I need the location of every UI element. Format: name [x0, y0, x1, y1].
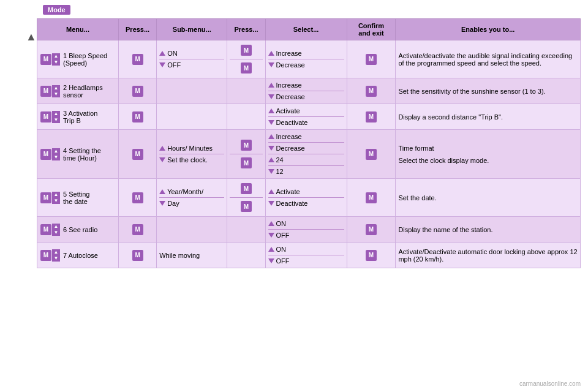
submenu-cell: Hours/ MinutesSet the clock.	[157, 130, 227, 179]
select-row: Deactivate	[268, 118, 344, 127]
m-button[interactable]: M	[366, 149, 377, 160]
m-button[interactable]: M	[366, 86, 377, 97]
m-button[interactable]: M	[241, 183, 252, 194]
menu-cell: M▲▼5 Setting the date	[37, 179, 119, 217]
enables-cell: Display a second distance "Trip B".	[396, 104, 581, 130]
m-button[interactable]: M	[241, 201, 252, 212]
table-row: M▲▼1 Bleep Speed (Speed)MONOFFMMIncrease…	[37, 40, 581, 78]
select-label: Decrease	[276, 93, 305, 100]
triangle-up-icon	[268, 221, 274, 226]
menu-label: 3 Activation Trip B	[63, 110, 97, 124]
th-press2: Press...	[227, 19, 265, 40]
press2-cell	[227, 104, 265, 130]
select-row: 12	[268, 167, 344, 176]
triangle-down-icon	[268, 201, 274, 206]
submenu-row: OFF	[159, 60, 224, 70]
arrow-down-icon[interactable]: ▼	[52, 230, 60, 236]
arrow-up-icon[interactable]: ▲	[52, 85, 60, 91]
select-cell: ActivateDeactivate	[265, 104, 347, 130]
triangle-up-icon	[268, 247, 274, 252]
triangle-down-icon	[268, 94, 274, 99]
triangle-up-icon	[159, 51, 165, 56]
arrow-down-icon[interactable]: ▼	[52, 198, 60, 204]
triangle-up-icon	[159, 146, 165, 151]
select-label: 24	[276, 156, 284, 164]
arrow-up-icon[interactable]: ▲	[52, 249, 60, 255]
triangle-up-icon	[268, 108, 274, 113]
select-label: OFF	[276, 232, 290, 239]
press1-cell: M	[119, 243, 157, 268]
triangle-down-icon	[268, 169, 274, 174]
menu-cell: M▲▼6 See radio	[37, 217, 119, 243]
select-label: Increase	[276, 50, 302, 57]
arrow-up-icon[interactable]: ▲	[52, 111, 60, 117]
select-label: Activate	[276, 107, 300, 115]
arrow-up-icon[interactable]: ▲	[52, 53, 60, 59]
m-button[interactable]: M	[366, 192, 377, 203]
m-button[interactable]: M	[241, 157, 252, 168]
press2-cell	[227, 243, 265, 268]
select-label: Increase	[276, 81, 302, 89]
mode-label: Mode	[43, 5, 70, 15]
watermark: carmanualsonline.com	[519, 380, 581, 387]
m-button[interactable]: M	[40, 149, 51, 160]
m-button[interactable]: M	[241, 62, 252, 74]
m-button[interactable]: M	[366, 224, 377, 235]
select-row: Activate	[268, 187, 344, 197]
press2-cell: MM	[227, 179, 265, 217]
m-button[interactable]: M	[132, 192, 143, 203]
arrow-down-icon[interactable]: ▼	[52, 255, 60, 262]
select-row: Decrease	[268, 92, 344, 102]
m-button[interactable]: M	[40, 250, 51, 261]
press1-cell: M	[119, 130, 157, 179]
arrow-down-icon[interactable]: ▼	[52, 59, 60, 66]
select-row: OFF	[268, 230, 344, 240]
submenu-row: ON	[159, 48, 224, 58]
m-button[interactable]: M	[40, 192, 51, 203]
arrow-up-icon[interactable]: ▲	[52, 192, 60, 198]
m-button[interactable]: M	[132, 250, 143, 261]
m-button[interactable]: M	[40, 224, 51, 235]
arrow-down-icon[interactable]: ▼	[52, 117, 60, 123]
table-row: M▲▼2 Headlamps sensorMIncreaseDecreaseMS…	[37, 78, 581, 104]
enables-cell: Set the date.	[396, 179, 581, 217]
confirm-cell: M	[347, 40, 396, 78]
m-button[interactable]: M	[132, 149, 143, 160]
triangle-down-icon	[268, 62, 274, 67]
select-row: Deactivate	[268, 198, 344, 208]
submenu-row: Day	[159, 198, 224, 208]
menu-label: 6 See radio	[63, 226, 97, 233]
confirm-cell: M	[347, 130, 396, 179]
press1-cell: M	[119, 40, 157, 78]
m-button[interactable]: M	[132, 54, 143, 65]
m-button[interactable]: M	[366, 250, 377, 261]
arrow-down-icon[interactable]: ▼	[52, 91, 60, 97]
press2-cell	[227, 78, 265, 104]
submenu-label: ON	[167, 50, 178, 57]
m-button[interactable]: M	[366, 54, 377, 65]
m-button[interactable]: M	[40, 111, 51, 123]
th-confirm: Confirm and exit	[347, 19, 396, 40]
m-button[interactable]: M	[40, 54, 51, 65]
m-button[interactable]: M	[241, 140, 252, 151]
m-button[interactable]: M	[132, 111, 143, 123]
press2-btn-wrap: M	[230, 181, 262, 197]
select-cell: IncreaseDecrease2412	[265, 130, 347, 179]
triangle-down-icon	[159, 62, 165, 67]
m-button[interactable]: M	[241, 45, 252, 56]
th-press1: Press...	[119, 19, 157, 40]
m-button[interactable]: M	[132, 86, 143, 97]
confirm-cell: M	[347, 104, 396, 130]
arrow-down-icon[interactable]: ▼	[52, 154, 60, 160]
m-button[interactable]: M	[40, 86, 51, 97]
arrow-up-icon[interactable]: ▲	[52, 224, 60, 230]
m-button[interactable]: M	[132, 224, 143, 235]
select-cell: IncreaseDecrease	[265, 78, 347, 104]
main-table: Menu... Press... Sub-menu... Press... Se…	[37, 18, 581, 268]
arrow-up-icon[interactable]: ▲	[52, 148, 60, 154]
enables-cell: Set the sensitivity of the sunshine sens…	[396, 78, 581, 104]
select-row: ON	[268, 244, 344, 254]
m-button[interactable]: M	[366, 111, 377, 123]
table-row: M▲▼7 AutocloseMWhile movingONOFFMActivat…	[37, 243, 581, 268]
select-row: Increase	[268, 80, 344, 90]
